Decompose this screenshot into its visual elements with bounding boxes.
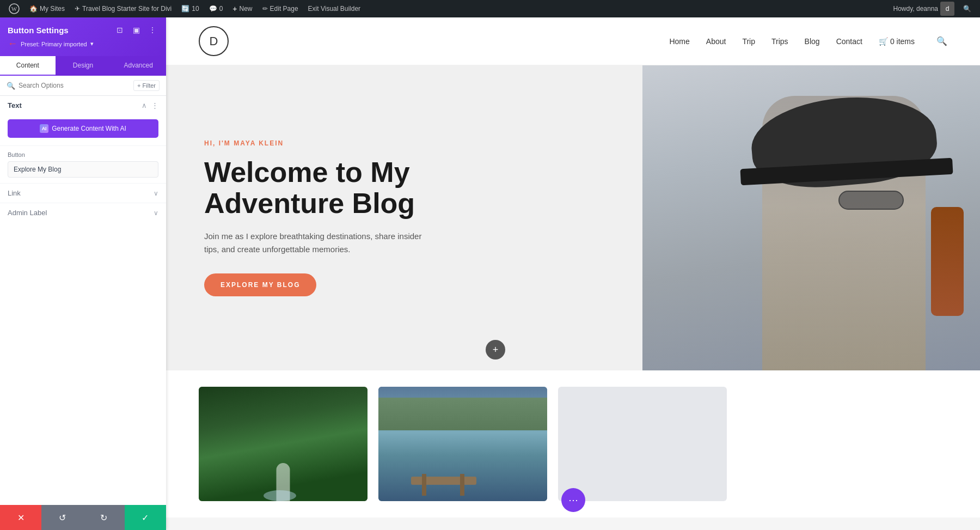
ai-generate-button[interactable]: AI Generate Content With AI (8, 119, 158, 138)
gallery-section: ⋯ (166, 370, 980, 517)
refresh-icon: 🔄 (181, 5, 189, 13)
link-section-header[interactable]: Link ∨ (8, 189, 158, 197)
search-icon: 🔍 (7, 82, 15, 90)
text-section: Text ∧ ⋮ AI Generate Content With AI (0, 96, 166, 145)
my-sites-label: My Sites (40, 5, 65, 13)
button-text-input[interactable] (8, 161, 158, 178)
edit-page-label: Edit Page (270, 5, 298, 13)
nav-blog[interactable]: Blog (805, 37, 820, 46)
nav-cart[interactable]: 🛒 0 items (879, 37, 915, 46)
floating-dots-menu[interactable]: ⋯ (561, 488, 585, 512)
admin-label-section: Admin Label ∨ (0, 203, 166, 222)
wp-admin-bar: W 🏠 My Sites ✈ Travel Blog Starter Site … (0, 0, 980, 17)
nav-trips[interactable]: Trips (771, 37, 788, 46)
nav-search-icon[interactable]: 🔍 (936, 36, 947, 46)
save-button[interactable]: ✓ (125, 505, 166, 530)
search-btn[interactable]: 🔍 (960, 0, 975, 17)
plus-icon: + (232, 4, 237, 13)
gallery-image-3-placeholder (558, 387, 727, 501)
hero-cta-button[interactable]: EXPLORE MY BLOG (204, 273, 316, 296)
gallery-image-2 (378, 387, 547, 501)
mountain (378, 398, 547, 430)
save-icon: ✓ (142, 513, 149, 523)
add-section-button[interactable]: + (486, 340, 505, 360)
redo-button[interactable]: ↻ (83, 505, 125, 530)
hero-title: Welcome to My Adventure Blog (204, 157, 604, 219)
text-section-header[interactable]: Text ∧ ⋮ (0, 96, 166, 115)
left-panel: Button Settings ⊡ ▣ ⋮ ← Preset: Primary … (0, 17, 166, 530)
collapse-icon[interactable]: ∧ (142, 101, 147, 109)
user-greeting: Howdy, deanna (893, 5, 939, 13)
exit-visual-builder-btn[interactable]: Exit Visual Builder (305, 0, 364, 17)
panel-title-row: Button Settings ⊡ ▣ ⋮ (8, 24, 158, 36)
sites-icon: 🏠 (29, 5, 38, 13)
new-label: New (240, 5, 253, 13)
responsive-icon[interactable]: ⊡ (114, 24, 126, 36)
glasses-shape (838, 191, 904, 210)
filter-button[interactable]: + Filter (133, 80, 160, 91)
more-icon[interactable]: ⋮ (146, 24, 158, 36)
tab-design[interactable]: Design (56, 56, 111, 76)
preset-label: Preset: Primary imported (21, 41, 87, 47)
edit-page-btn[interactable]: ✏ Edit Page (259, 0, 302, 17)
website-preview: D Home About Trip Trips Blog Contact 🛒 0… (166, 17, 980, 530)
nav-trip[interactable]: Trip (742, 37, 755, 46)
bag-shape (931, 207, 964, 316)
preset-dropdown[interactable]: ▾ (90, 40, 94, 47)
link-section-title: Link (8, 189, 21, 197)
site-nav-links: Home About Trip Trips Blog Contact 🛒 0 i… (669, 36, 947, 46)
new-btn[interactable]: + New (229, 0, 255, 17)
settings-icon[interactable]: ⋮ (151, 101, 158, 109)
main-container: Button Settings ⊡ ▣ ⋮ ← Preset: Primary … (0, 17, 980, 530)
updates-btn[interactable]: 🔄 10 (178, 0, 202, 17)
site-logo: D (199, 26, 229, 56)
panel-tabs: Content Design Advanced (0, 56, 166, 76)
hero-description: Join me as I explore breathtaking destin… (204, 230, 433, 256)
comment-icon: 💬 (209, 5, 217, 13)
link-section: Link ∨ (0, 183, 166, 203)
search-options-input[interactable] (19, 82, 130, 89)
nav-about[interactable]: About (706, 37, 726, 46)
hero-right (642, 65, 980, 370)
bottom-toolbar: ✕ ↺ ↻ ✓ (0, 505, 166, 530)
cart-icon: 🛒 (879, 37, 888, 46)
hero-image (642, 65, 980, 370)
travel-icon: ✈ (75, 5, 80, 13)
comments-btn[interactable]: 💬 0 (206, 0, 226, 17)
layers-icon[interactable]: ▣ (130, 24, 142, 36)
redo-icon: ↻ (100, 513, 107, 523)
my-sites-btn[interactable]: 🏠 My Sites (26, 0, 68, 17)
nav-home[interactable]: Home (669, 37, 689, 46)
ai-btn-label: Generate Content With AI (52, 125, 126, 132)
filter-label: + Filter (137, 82, 156, 89)
hero-title-line2: Adventure Blog (204, 187, 415, 219)
arrow-icon: ← (8, 38, 17, 50)
hero-section: Hi, I'm Maya Klein Welcome to My Adventu… (166, 65, 980, 370)
howdy-user[interactable]: Howdy, deanna d (890, 0, 958, 17)
panel-search: 🔍 + Filter (0, 76, 166, 96)
waterfall-pool (264, 490, 296, 501)
button-section: Button (0, 145, 166, 183)
tab-advanced[interactable]: Advanced (111, 56, 166, 76)
section-controls: ∧ ⋮ (142, 101, 158, 109)
dock-plank (411, 477, 476, 485)
update-count: 10 (192, 5, 199, 13)
avatar: d (940, 2, 954, 16)
tab-content[interactable]: Content (0, 56, 56, 76)
undo-icon: ↺ (59, 513, 66, 523)
site-nav: D Home About Trip Trips Blog Contact 🛒 0… (166, 17, 980, 65)
admin-label-header[interactable]: Admin Label ∨ (8, 209, 158, 217)
hero-tag: Hi, I'm Maya Klein (204, 139, 604, 147)
preset-row: ← Preset: Primary imported ▾ (8, 38, 158, 50)
site-name-btn[interactable]: ✈ Travel Blog Starter Site for Divi (71, 0, 175, 17)
comment-count: 0 (219, 5, 223, 13)
svg-text:W: W (11, 5, 17, 12)
dock-post-2 (460, 474, 464, 496)
exit-vb-label: Exit Visual Builder (308, 5, 361, 13)
undo-button[interactable]: ↺ (41, 505, 83, 530)
cancel-button[interactable]: ✕ (0, 505, 41, 530)
admin-bar-right: Howdy, deanna d 🔍 (890, 0, 975, 17)
nav-contact[interactable]: Contact (836, 37, 862, 46)
cart-label: 0 items (890, 37, 915, 46)
wp-logo-btn[interactable]: W (5, 0, 23, 17)
